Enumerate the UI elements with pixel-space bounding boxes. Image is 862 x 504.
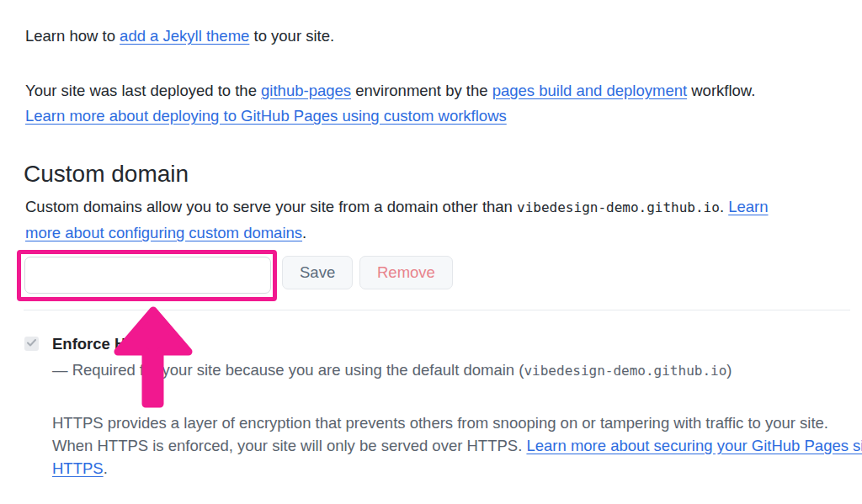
https-note-line-1: HTTPS provides a layer of encryption tha…: [52, 411, 862, 434]
checkmark-icon: [27, 339, 36, 347]
default-domain-code: vibedesign-demo.github.io: [517, 199, 720, 215]
annotation-up-arrow: [107, 303, 204, 412]
deploy-text-2: environment by the: [351, 82, 492, 99]
configure-custom-domains-link-cont[interactable]: more about configuring custom domains: [25, 224, 302, 241]
required-text-2: ): [726, 361, 732, 379]
desc-text-1: Custom domains allow you to serve your s…: [25, 198, 517, 215]
custom-domain-desc-line-1: Custom domains allow you to serve your s…: [25, 194, 769, 220]
desc-text-2: .: [720, 198, 728, 215]
configure-custom-domains-link[interactable]: Learn: [728, 198, 768, 215]
https-note-text: When HTTPS is enforced, your site will o…: [52, 437, 526, 454]
deployment-line-2: Learn more about deploying to GitHub Pag…: [25, 103, 755, 129]
securing-pages-site-link-cont[interactable]: HTTPS: [52, 459, 104, 477]
https-note-line-3: HTTPS.: [52, 457, 862, 480]
custom-workflows-learn-more-link[interactable]: Learn more about deploying to GitHub Pag…: [25, 107, 507, 125]
jekyll-theme-paragraph: Learn how to add a Jekyll theme to your …: [25, 24, 334, 49]
required-text-1: — Required for your site because you are…: [52, 361, 524, 379]
pages-build-deployment-link[interactable]: pages build and deployment: [492, 82, 687, 99]
https-note-period: .: [104, 459, 108, 477]
enforce-https-checkbox[interactable]: [24, 337, 39, 351]
deploy-text-1: Your site was last deployed to the: [25, 82, 261, 99]
deploy-text-3: workflow.: [687, 82, 755, 99]
custom-domain-desc-line-2: more about configuring custom domains.: [25, 220, 769, 246]
section-divider: [24, 310, 850, 310]
enforce-https-label: Enforce HTTPS: [52, 334, 166, 354]
custom-domain-description: Custom domains allow you to serve your s…: [25, 194, 769, 246]
required-domain-code: vibedesign-demo.github.io: [524, 363, 726, 379]
deployment-line-1: Your site was last deployed to the githu…: [25, 78, 755, 103]
add-jekyll-theme-link[interactable]: add a Jekyll theme: [120, 27, 249, 45]
github-pages-environment-link[interactable]: github-pages: [261, 82, 351, 99]
desc-text-3: .: [302, 224, 306, 241]
https-note-line-2: When HTTPS is enforced, your site will o…: [52, 434, 862, 457]
https-explanation: HTTPS provides a layer of encryption tha…: [52, 411, 862, 480]
intro-text-pre: Learn how to: [25, 27, 120, 45]
save-button[interactable]: Save: [282, 256, 353, 289]
deployment-paragraph: Your site was last deployed to the githu…: [25, 78, 755, 129]
remove-button[interactable]: Remove: [359, 256, 453, 289]
custom-domain-heading: Custom domain: [24, 160, 189, 188]
intro-text-post: to your site.: [249, 27, 334, 45]
securing-pages-site-link[interactable]: Learn more about securing your GitHub Pa…: [526, 437, 862, 454]
github-pages-settings-page: Learn how to add a Jekyll theme to your …: [0, 0, 862, 504]
custom-domain-input[interactable]: [24, 257, 271, 294]
enforce-https-required-note: — Required for your site because you are…: [52, 359, 732, 382]
